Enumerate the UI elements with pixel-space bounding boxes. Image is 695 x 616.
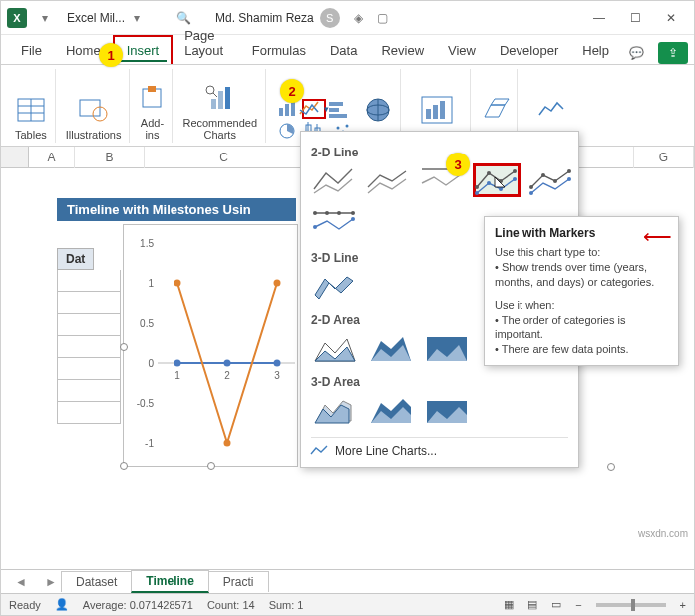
svg-point-46: [274, 360, 281, 367]
status-bar: Ready 👤 Average: 0.071428571 Count: 14 S…: [1, 593, 694, 615]
sheet-nav-next[interactable]: ►: [41, 575, 61, 589]
close-button[interactable]: ✕: [654, 4, 688, 32]
svg-marker-74: [315, 277, 353, 299]
annotation-2: 2: [280, 79, 304, 103]
tab-review[interactable]: Review: [369, 37, 436, 64]
hierarchy-chart-icon[interactable]: [276, 121, 300, 141]
sheet-timeline[interactable]: Timeline: [131, 570, 208, 593]
table-row[interactable]: [57, 336, 121, 358]
svg-text:1.5: 1.5: [140, 238, 154, 249]
maximize-button[interactable]: ☐: [618, 4, 652, 32]
chart-handle[interactable]: [120, 462, 128, 470]
tab-data[interactable]: Data: [318, 37, 369, 64]
chart-handle[interactable]: [207, 462, 215, 470]
comments-icon[interactable]: 💬: [621, 42, 652, 64]
excel-app-icon: X: [7, 8, 27, 28]
group-illustrations[interactable]: Illustrations: [58, 69, 131, 143]
table-row[interactable]: [57, 314, 121, 336]
svg-marker-76: [315, 347, 355, 361]
line-stacked[interactable]: [365, 163, 411, 197]
ribbon-options-icon[interactable]: ▢: [377, 11, 388, 25]
table-row[interactable]: [57, 380, 121, 402]
col-B[interactable]: B: [75, 147, 145, 168]
col-C[interactable]: C: [145, 147, 304, 168]
line-markers-100[interactable]: [311, 207, 359, 241]
svg-point-72: [313, 225, 317, 229]
svg-rect-15: [291, 101, 295, 116]
svg-rect-16: [329, 102, 343, 106]
zoom-in[interactable]: +: [680, 599, 686, 611]
sparklines-icon: [539, 91, 567, 129]
svg-rect-18: [329, 114, 347, 118]
svg-marker-35: [485, 105, 505, 117]
area3d-100[interactable]: [423, 393, 471, 427]
tab-file[interactable]: File: [9, 37, 54, 64]
tab-formulas[interactable]: Formulas: [240, 37, 318, 64]
attribution: wsxdn.com: [638, 528, 688, 539]
section-2d-line: 2-D Line: [311, 146, 568, 159]
zoom-out[interactable]: −: [575, 599, 581, 611]
zoom-slider[interactable]: [596, 603, 666, 607]
sheet-nav-prev[interactable]: ◄: [1, 575, 41, 589]
svg-rect-32: [426, 109, 431, 119]
table-row[interactable]: [57, 358, 121, 380]
svg-line-12: [213, 93, 217, 97]
svg-point-66: [529, 191, 533, 195]
svg-point-58: [487, 181, 491, 185]
accessibility-icon[interactable]: 👤: [55, 598, 69, 611]
table-row[interactable]: [57, 292, 121, 314]
area3d-stacked[interactable]: [367, 393, 415, 427]
svg-point-63: [541, 173, 545, 177]
tab-view[interactable]: View: [436, 37, 488, 64]
diamond-icon[interactable]: ◈: [354, 11, 363, 25]
line-3d[interactable]: [311, 269, 359, 303]
illustrations-icon: [78, 91, 110, 129]
sheet-practice[interactable]: Practi: [208, 571, 269, 592]
line-with-markers[interactable]: [473, 163, 521, 197]
area-stacked[interactable]: [367, 331, 415, 365]
col-A[interactable]: A: [29, 147, 75, 168]
svg-point-70: [337, 211, 341, 215]
view-pagelayout-icon[interactable]: ▤: [527, 598, 537, 611]
view-normal-icon[interactable]: ▦: [504, 598, 514, 611]
sheet-tabs: ◄ ► Dataset Timeline Practi: [1, 569, 694, 593]
group-recommended-charts[interactable]: Recommended Charts: [174, 69, 266, 143]
svg-rect-17: [329, 108, 339, 112]
embedded-chart[interactable]: 1.5 1 0.5 0 -0.5 -1 1 2 3: [123, 224, 298, 467]
status-sum: Sum: 1: [269, 599, 304, 611]
svg-text:1: 1: [174, 370, 180, 381]
share-button[interactable]: ⇪: [658, 42, 688, 64]
line-markers-stacked[interactable]: [528, 163, 574, 197]
line-chart-dropdown[interactable]: ▾: [302, 99, 326, 119]
tab-developer[interactable]: Developer: [488, 37, 570, 64]
table-row[interactable]: [57, 270, 121, 292]
tab-help[interactable]: Help: [570, 37, 621, 64]
group-addins[interactable]: Add- ins: [132, 69, 173, 143]
area-100[interactable]: [423, 331, 471, 365]
tooltip-title: Line with Markers: [495, 225, 668, 241]
doc-dropdown-icon[interactable]: ▾: [125, 11, 149, 25]
view-pagebreak-icon[interactable]: ▭: [551, 598, 561, 611]
svg-point-11: [206, 86, 214, 94]
qat-dropdown-icon[interactable]: ▾: [33, 11, 57, 25]
chart-handle[interactable]: [120, 343, 128, 351]
area3d-basic[interactable]: [311, 393, 359, 427]
group-tables[interactable]: Tables: [7, 69, 56, 143]
avatar[interactable]: S: [320, 8, 340, 28]
area-basic[interactable]: [311, 331, 359, 365]
tab-pagelayout[interactable]: Page Layout: [173, 22, 240, 64]
sheet-dataset[interactable]: Dataset: [61, 571, 132, 592]
col-G[interactable]: G: [634, 147, 694, 168]
svg-point-27: [346, 125, 349, 128]
chart-tooltip: ⟵ Line with Markers Use this chart type …: [484, 216, 679, 366]
more-line-charts[interactable]: More Line Charts...: [311, 437, 568, 458]
chart-handle[interactable]: [607, 463, 615, 471]
table-row[interactable]: [57, 402, 121, 424]
minimize-button[interactable]: —: [582, 4, 616, 32]
select-all-corner[interactable]: [1, 147, 29, 168]
svg-rect-10: [225, 87, 230, 109]
svg-marker-36: [491, 99, 509, 105]
bar-chart-icon[interactable]: [328, 99, 352, 119]
svg-point-67: [567, 177, 571, 181]
line-basic[interactable]: [311, 163, 357, 197]
